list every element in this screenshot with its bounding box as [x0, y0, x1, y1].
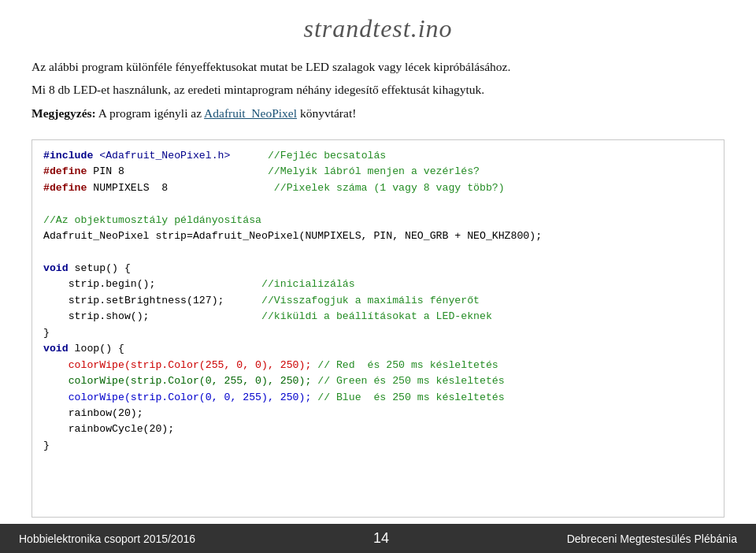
note-text: A program igényli az — [98, 106, 204, 120]
intro-line3: Megjegyzés: A program igényli az Adafrui… — [32, 104, 724, 122]
note-label: Megjegyzés: — [32, 106, 96, 120]
intro-text: Az alábbi program különféle fényeffektus… — [0, 50, 756, 133]
code-block: #include <Adafruit_NeoPixel.h> //Fejléc … — [43, 148, 713, 455]
footer-left: Hobbielektronika csoport 2015/2016 — [19, 533, 195, 545]
page-title: strandtest.ino — [32, 14, 724, 43]
note-suffix: könyvtárat! — [300, 106, 356, 120]
footer: Hobbielektronika csoport 2015/2016 14 De… — [0, 524, 756, 553]
header: strandtest.ino — [0, 0, 756, 50]
footer-right: Debreceni Megtestesülés Plébánia — [567, 533, 737, 545]
footer-page-number: 14 — [373, 530, 389, 547]
code-container: #include <Adafruit_NeoPixel.h> //Fejléc … — [32, 139, 724, 518]
page: strandtest.ino Az alábbi program különfé… — [0, 0, 756, 553]
intro-line1: Az alábbi program különféle fényeffektus… — [32, 58, 724, 76]
adafruit-link[interactable]: Adafruit_NeoPixel — [204, 106, 297, 120]
intro-line2: Mi 8 db LED-et használunk, az eredeti mi… — [32, 80, 724, 98]
